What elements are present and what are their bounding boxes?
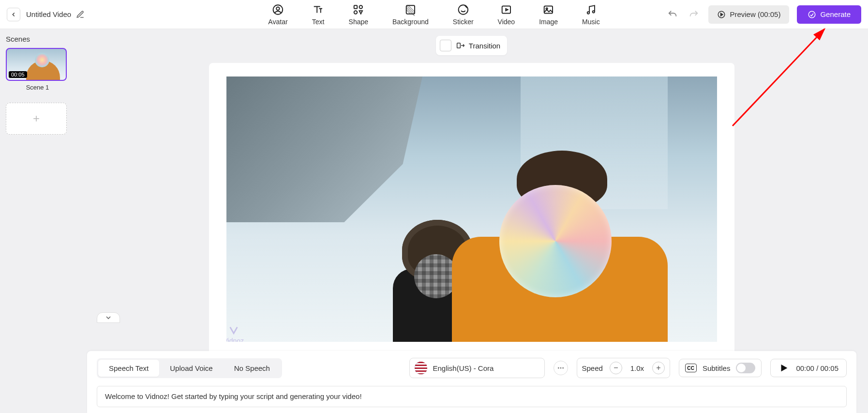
tool-video[interactable]: Video — [498, 3, 515, 26]
speech-panel: Speech Text Upload Voice No Speech Engli… — [87, 351, 856, 413]
more-horizontal-icon — [557, 364, 565, 372]
svg-rect-7 — [502, 6, 510, 13]
svg-point-20 — [558, 367, 559, 369]
generate-icon — [808, 10, 816, 19]
flag-us-icon — [415, 362, 427, 374]
video-title[interactable]: Untitled Video — [26, 10, 71, 18]
edit-title-icon[interactable] — [76, 10, 85, 19]
svg-point-12 — [593, 11, 595, 13]
scene-duration: 00:05 — [9, 71, 27, 78]
svg-point-6 — [458, 5, 468, 15]
shape-icon — [352, 3, 365, 16]
scene-name-1: Scene 1 — [6, 84, 69, 91]
collapse-panel-button[interactable] — [97, 312, 120, 323]
background-icon — [404, 3, 417, 16]
svg-point-21 — [560, 367, 561, 369]
back-button[interactable] — [7, 8, 20, 21]
play-button[interactable] — [778, 363, 789, 373]
svg-marker-14 — [721, 13, 723, 16]
voice-selector[interactable]: English(US) - Cora — [409, 358, 545, 378]
toolbar: Avatar Text Shape Background Sticker Vid… — [268, 3, 599, 26]
canvas-frame: Vidnoz — [209, 63, 734, 355]
redo-button[interactable] — [687, 8, 701, 21]
top-bar: Untitled Video Avatar Text Shape Backgro… — [0, 0, 868, 29]
redo-icon — [688, 9, 699, 20]
speed-control: Speed − 1.0x + — [577, 358, 670, 378]
subtitles-control: CC Subtitles — [679, 359, 762, 377]
undo-icon — [667, 9, 678, 20]
tab-speech-text[interactable]: Speech Text — [98, 360, 159, 377]
tool-image[interactable]: Image — [539, 3, 558, 26]
add-scene-button[interactable] — [6, 103, 67, 135]
svg-rect-9 — [544, 6, 553, 13]
speed-value: 1.0x — [629, 364, 645, 372]
speech-tabs: Speech Text Upload Voice No Speech — [97, 358, 282, 378]
svg-point-3 — [359, 5, 363, 8]
speed-decrease-button[interactable]: − — [610, 362, 622, 374]
speed-increase-button[interactable]: + — [652, 362, 665, 374]
svg-marker-8 — [506, 8, 508, 10]
playback-time: 00:00 / 00:05 — [796, 364, 838, 372]
play-circle-icon — [717, 10, 726, 19]
chevron-down-icon — [105, 314, 112, 321]
chevron-left-icon — [10, 11, 17, 18]
tab-upload-voice[interactable]: Upload Voice — [159, 360, 223, 377]
sticker-icon — [457, 3, 469, 16]
transition-label: Transition — [456, 41, 500, 50]
transition-icon — [456, 41, 466, 50]
watermark: Vidnoz — [226, 325, 244, 342]
plus-icon — [31, 114, 41, 123]
tool-avatar[interactable]: Avatar — [268, 3, 287, 26]
tool-music[interactable]: Music — [582, 3, 600, 26]
tool-shape[interactable]: Shape — [349, 3, 368, 26]
face-blur-primary — [499, 185, 612, 297]
svg-point-1 — [276, 7, 280, 10]
tool-background[interactable]: Background — [392, 3, 429, 26]
svg-point-15 — [809, 11, 816, 18]
avatar-icon — [271, 3, 284, 16]
scene-thumbnail-1[interactable]: 00:05 — [6, 48, 67, 81]
scenes-sidebar: Scenes 00:05 Scene 1 — [0, 29, 75, 413]
transition-toggle-bar: Transition — [436, 36, 507, 55]
subtitles-toggle[interactable] — [736, 363, 755, 373]
svg-rect-2 — [354, 5, 358, 8]
text-icon — [312, 3, 325, 16]
tab-no-speech[interactable]: No Speech — [224, 360, 281, 377]
playback-time-box: 00:00 / 00:05 — [770, 359, 847, 377]
image-icon — [542, 3, 555, 16]
transition-checkbox[interactable] — [440, 40, 451, 51]
script-input[interactable] — [97, 386, 847, 407]
video-icon — [500, 3, 512, 16]
svg-rect-19 — [457, 43, 461, 48]
music-icon — [584, 3, 597, 16]
voice-more-button[interactable] — [554, 361, 568, 375]
generate-button[interactable]: Generate — [797, 5, 861, 24]
tool-text[interactable]: Text — [312, 3, 325, 26]
svg-point-22 — [562, 367, 564, 369]
undo-button[interactable] — [666, 8, 679, 21]
svg-rect-4 — [354, 11, 358, 14]
svg-point-11 — [587, 12, 589, 14]
preview-button[interactable]: Preview (00:05) — [708, 5, 789, 24]
cc-icon: CC — [685, 364, 697, 372]
scenes-title: Scenes — [6, 35, 69, 43]
tool-sticker[interactable]: Sticker — [453, 3, 474, 26]
video-canvas[interactable]: Vidnoz — [226, 76, 717, 342]
